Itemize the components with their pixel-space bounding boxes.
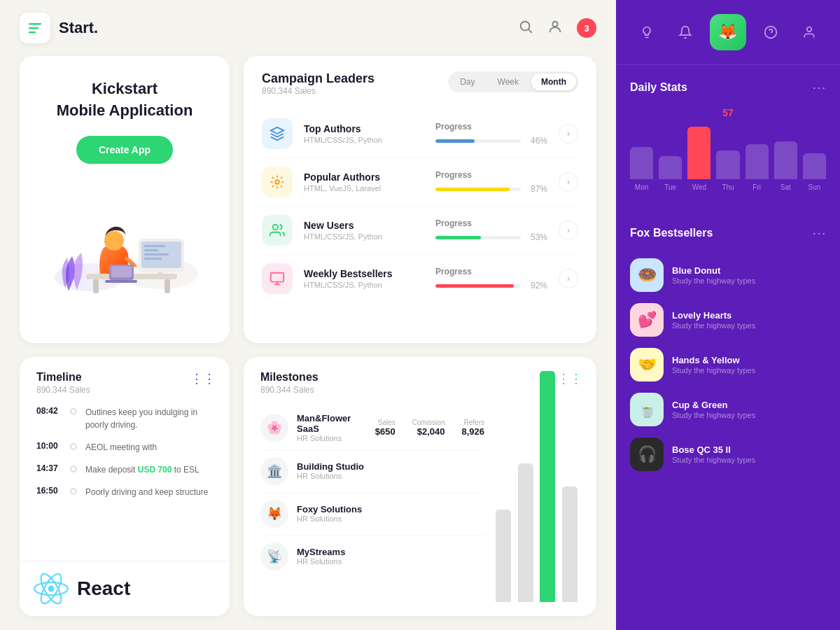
milestone-stats: Sales $650 Comission $2,040 Refers 8,926 <box>375 419 484 437</box>
timeline-dot <box>70 465 77 472</box>
timeline-subtitle: 890,344 Sales <box>36 385 213 395</box>
progress-fill <box>435 236 481 239</box>
progress-section: Progress 46% <box>435 122 547 146</box>
campaign-chevron-button[interactable]: › <box>559 124 578 144</box>
progress-label: Progress <box>435 122 547 132</box>
bestseller-name: Bose QC 35 II <box>672 444 755 455</box>
tab-group: Day Week Month <box>448 71 578 92</box>
notification-badge[interactable]: 3 <box>577 18 596 38</box>
tab-month[interactable]: Month <box>531 74 576 90</box>
stat-bar <box>630 147 653 179</box>
svg-rect-2 <box>29 31 36 34</box>
fox-bestsellers-options[interactable]: ⋯ <box>812 225 826 241</box>
campaign-row: New Users HTML/CSS/JS, Python Progress 5… <box>262 206 578 255</box>
campaign-icon <box>262 215 293 246</box>
bestseller-item[interactable]: 🍵 Cup & Green Study the highway types <box>630 387 826 432</box>
timeline-card: ⋮⋮ Timeline 890,344 Sales 08:42 Outlines… <box>20 357 230 617</box>
milestone-info: MyStreams HR Solutions <box>297 547 345 566</box>
icon-bar-user[interactable] <box>795 18 823 46</box>
bestseller-info: Cup & Green Study the highway types <box>672 400 755 419</box>
bar-day: Wed <box>692 183 706 191</box>
milestone-sub: HR Solutions <box>297 434 367 442</box>
icon-bar-fox[interactable]: 🦊 <box>710 14 746 50</box>
milestone-sub: HR Solutions <box>297 514 362 523</box>
icon-bar-bulb[interactable] <box>633 18 661 46</box>
svg-point-5 <box>552 22 557 27</box>
timeline-item: 14:37 Make deposit USD 700 to ESL <box>36 463 213 476</box>
bar-col: Sat <box>774 121 797 191</box>
milestone-rows-container: 🌸 Man&Flower SaaS HR Solutions Sales $65… <box>260 406 484 578</box>
milestone-name: MyStreams <box>297 547 345 557</box>
campaign-chevron-button[interactable]: › <box>559 269 578 288</box>
header: Start. 3 <box>0 0 616 56</box>
bar-wrap <box>687 121 710 179</box>
progress-section: Progress 92% <box>435 267 547 290</box>
bestseller-item[interactable]: 🤝 Hands & Yellow Study the highway types <box>630 342 826 387</box>
kickstart-title: Kickstart Mobile Application <box>57 78 193 122</box>
svg-rect-14 <box>144 249 158 251</box>
timeline-dot <box>70 488 77 495</box>
daily-stats-options[interactable]: ⋯ <box>812 79 826 96</box>
bestseller-name: Blue Donut <box>672 265 755 276</box>
icon-bar-help[interactable] <box>757 18 785 46</box>
campaign-tags: HTML/CSS/JS, Python <box>304 232 424 241</box>
milestone-name: Building Studio <box>297 461 364 472</box>
progress-label: Progress <box>435 170 547 180</box>
timeline-options-icon[interactable]: ⋮⋮ <box>190 371 216 386</box>
stat-value: $2,040 <box>412 426 445 437</box>
logo-text: Start. <box>59 19 98 37</box>
bestseller-img: 🍩 <box>630 258 664 292</box>
milestone-info: Building Studio HR Solutions <box>297 461 364 480</box>
bestseller-list: 🍩 Blue Donut Study the highway types 💕 L… <box>630 253 826 477</box>
chart-bar <box>496 510 511 602</box>
chart-bar-wrap <box>540 371 558 603</box>
stat-value: $650 <box>375 426 396 437</box>
timeline-time: 14:37 <box>36 463 62 473</box>
stat-commission: Comission $2,040 <box>412 419 445 437</box>
main-area: Start. 3 Kickstart Mobile Application <box>0 0 616 630</box>
milestone-icon: 🌸 <box>260 414 288 442</box>
milestones-title: Milestones <box>260 371 484 384</box>
stat-label: Refers <box>461 419 484 426</box>
progress-bar <box>435 139 521 143</box>
campaign-chevron-button[interactable]: › <box>559 172 578 192</box>
user-icon[interactable] <box>547 19 563 37</box>
campaign-chevron-button[interactable]: › <box>559 220 578 240</box>
svg-rect-22 <box>105 280 137 283</box>
progress-label: Progress <box>435 218 547 228</box>
bestseller-name: Lovely Hearts <box>672 310 755 321</box>
react-logo <box>34 571 69 606</box>
search-icon[interactable] <box>518 19 533 37</box>
bar-day: Sun <box>808 183 821 191</box>
stat-value: 8,926 <box>461 426 484 437</box>
tab-day[interactable]: Day <box>450 74 484 90</box>
campaign-title: Campaign Leaders <box>262 71 374 86</box>
daily-stats-title: Daily Stats <box>630 81 687 94</box>
logo-icon <box>20 13 50 43</box>
progress-fill <box>435 188 510 191</box>
campaign-header: Campaign Leaders 890,344 Sales Day Week … <box>262 71 578 96</box>
milestone-info: Man&Flower SaaS HR Solutions <box>297 413 367 442</box>
bar-wrap <box>774 121 797 179</box>
timeline-item: 10:00 AEOL meeting with <box>36 441 213 454</box>
fox-bestsellers-section: Fox Bestsellers ⋯ 🍩 Blue Donut Study the… <box>616 218 840 630</box>
bar-col: Tue <box>659 121 682 191</box>
svg-rect-21 <box>111 266 132 277</box>
bestseller-item[interactable]: 🎧 Bose QC 35 II Study the highway types <box>630 432 826 477</box>
progress-section: Progress 53% <box>435 218 547 242</box>
milestones-options-icon[interactable]: ⋮⋮ <box>557 371 582 386</box>
bestseller-item[interactable]: 🍩 Blue Donut Study the highway types <box>630 253 826 298</box>
create-app-button[interactable]: Create App <box>76 136 173 164</box>
timeline-title: Timeline <box>36 371 213 384</box>
timeline-dot <box>70 443 77 450</box>
tab-week[interactable]: Week <box>488 74 528 90</box>
daily-stats-header: Daily Stats ⋯ <box>630 79 826 96</box>
bar-col: Fri <box>746 121 769 191</box>
stat-bar <box>774 141 797 179</box>
bar-wrap <box>716 121 739 179</box>
bestseller-sub: Study the highway types <box>672 321 755 330</box>
daily-stats-section: Daily Stats ⋯ 57 Mon Tue Wed Thu Fri <box>616 65 840 218</box>
icon-bar-bell[interactable] <box>671 18 699 46</box>
bestseller-item[interactable]: 💕 Lovely Hearts Study the highway types <box>630 298 826 342</box>
milestone-sub: HR Solutions <box>297 472 364 480</box>
